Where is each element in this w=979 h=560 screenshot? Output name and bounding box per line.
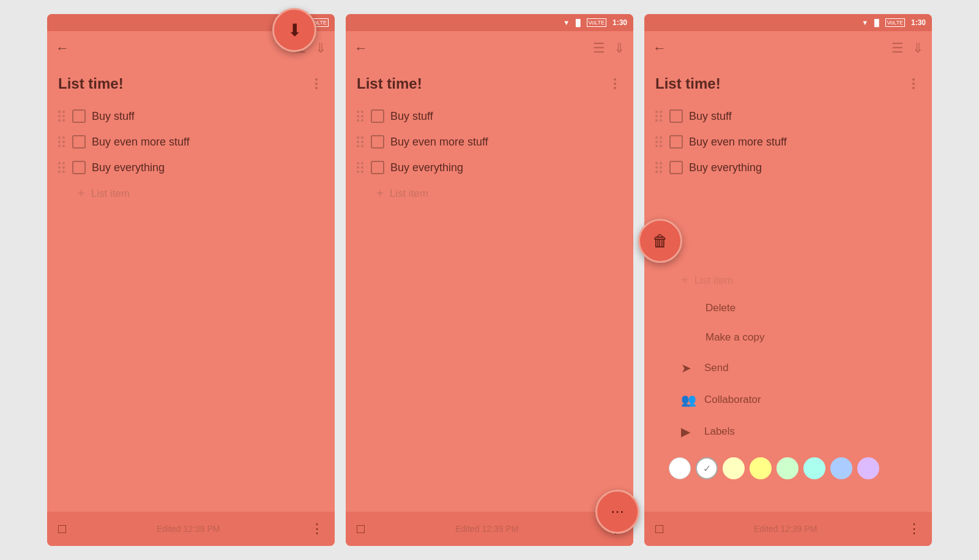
archive-fab[interactable]: ⬇ <box>272 8 316 52</box>
back-button-1[interactable]: ← <box>56 40 69 56</box>
grid-view-button-1[interactable]: ⋮ <box>310 521 324 537</box>
drag-handle-p2-1[interactable] <box>357 111 363 122</box>
color-blue[interactable] <box>830 457 852 479</box>
drag-handle-p3-1[interactable] <box>655 111 662 122</box>
volte-icon-2: VoLTE <box>587 18 606 27</box>
make-copy-menu-item[interactable]: Make a copy <box>644 323 932 352</box>
toolbar-left-1: ← <box>56 40 69 56</box>
checkbox-p3-2[interactable] <box>669 135 683 149</box>
checkbox-p3-3[interactable] <box>669 161 683 174</box>
delete-menu-item[interactable]: Delete <box>644 293 932 323</box>
color-teal[interactable] <box>803 457 825 479</box>
toolbar-right-3: ☰ ⇓ <box>892 40 923 56</box>
delete-fab[interactable]: 🗑 <box>638 219 682 263</box>
drag-handle-p3-2[interactable] <box>655 136 662 147</box>
drag-handle-p2-3[interactable] <box>357 162 363 173</box>
item-text-3: Buy everything <box>92 161 165 174</box>
checkbox-p2-1[interactable] <box>371 109 384 123</box>
list-item-2: Buy even more stuff <box>58 129 324 155</box>
color-green-light[interactable] <box>776 457 798 479</box>
add-note-button-2[interactable]: □ <box>357 521 365 537</box>
checkbox-p2-3[interactable] <box>371 161 384 174</box>
sort-icon-3[interactable]: ☰ <box>892 40 904 56</box>
time-3: 1:30 <box>911 18 926 27</box>
item-text-1: Buy stuff <box>92 110 135 123</box>
more-button-3[interactable] <box>906 78 921 89</box>
collaborator-menu-item[interactable]: 👥 Collaborator <box>644 384 932 416</box>
signal-icon-2: ▐▌ <box>573 19 583 26</box>
add-item-placeholder-3: List item <box>694 274 733 287</box>
dots-fab[interactable]: ⋯ <box>595 490 639 534</box>
dot1-p2 <box>614 78 616 81</box>
toolbar-left-3: ← <box>653 40 666 56</box>
checkbox-p2-2[interactable] <box>371 135 384 149</box>
labels-menu-item[interactable]: ▶ Labels <box>644 416 932 448</box>
bottom-bar-1: □ Edited 12:39 PM ⋮ <box>47 512 335 546</box>
dot3-p2 <box>614 87 616 89</box>
checkbox-1[interactable] <box>72 109 86 123</box>
color-white-checked[interactable]: ✓ <box>696 457 718 479</box>
sort-icon-2[interactable]: ☰ <box>593 40 605 56</box>
add-item-row-1[interactable]: + List item <box>58 180 324 207</box>
color-lavender[interactable] <box>857 457 879 479</box>
phone-2-wrapper: ⋯ ▼ ▐▌ VoLTE 1:30 ← ☰ ⇓ List time! <box>346 14 633 546</box>
wifi-icon-3: ▼ <box>862 19 868 26</box>
add-item-placeholder-2: List item <box>390 188 428 200</box>
list-item-p3-1: Buy stuff <box>655 103 921 129</box>
drag-handle-2[interactable] <box>58 136 65 147</box>
back-button-3[interactable]: ← <box>653 40 666 56</box>
item-text-p2-3: Buy everything <box>390 161 463 174</box>
drag-handle-3[interactable] <box>58 162 65 173</box>
add-note-button-1[interactable]: □ <box>58 521 66 537</box>
drag-handle-1[interactable] <box>58 111 65 122</box>
drag-handle-p2-2[interactable] <box>357 136 363 147</box>
add-icon-1: + <box>78 186 85 201</box>
note-title-1: List time! <box>58 75 124 92</box>
dot2-p3 <box>912 83 915 85</box>
add-item-row-3[interactable]: + List item <box>644 267 932 293</box>
add-note-button-3[interactable]: □ <box>655 521 663 537</box>
item-text-p3-2: Buy even more stuff <box>689 136 787 149</box>
dot1 <box>315 78 318 81</box>
archive-toolbar-icon-1[interactable]: ⇓ <box>315 40 326 56</box>
content-1: List time! Buy stuff <box>47 65 335 512</box>
grid-view-button-3[interactable]: ⋮ <box>907 521 921 537</box>
add-icon-3: + <box>681 273 688 287</box>
archive-toolbar-icon-2[interactable]: ⇓ <box>614 40 625 56</box>
dot2 <box>315 83 318 85</box>
checkbox-2[interactable] <box>72 135 86 149</box>
delete-label: Delete <box>705 302 735 314</box>
toolbar-left-2: ← <box>354 40 368 56</box>
phone-2: ▼ ▐▌ VoLTE 1:30 ← ☰ ⇓ List time! <box>346 14 633 546</box>
status-bar-2: ▼ ▐▌ VoLTE 1:30 <box>346 14 633 31</box>
list-item-p3-3: Buy everything <box>655 155 921 180</box>
drag-handle-p3-3[interactable] <box>655 162 662 173</box>
add-item-row-2[interactable]: + List item <box>357 180 622 207</box>
more-button-2[interactable] <box>608 78 622 89</box>
color-white[interactable] <box>669 457 691 479</box>
checkbox-p3-1[interactable] <box>669 109 683 123</box>
title-row-1: List time! <box>58 75 324 92</box>
list-item-3: Buy everything <box>58 155 324 180</box>
color-yellow-light[interactable] <box>723 457 745 479</box>
more-button-1[interactable] <box>309 78 324 89</box>
send-label: Send <box>704 362 729 374</box>
phone-1: ▼ ▐▌ VoLTE ← ☰ ⇓ List time! <box>47 14 335 546</box>
color-yellow[interactable] <box>750 457 772 479</box>
edited-time-3: Edited 12:39 PM <box>754 524 817 534</box>
note-title-3: List time! <box>655 75 721 92</box>
check-icon: ✓ <box>703 463 711 474</box>
bottom-bar-3: □ Edited 12:39 PM ⋮ <box>644 512 932 546</box>
list-item-p2-1: Buy stuff <box>357 103 622 129</box>
time-2: 1:30 <box>612 18 627 27</box>
bottom-bar-2: □ Edited 12:39 PM ⋮ <box>346 512 633 546</box>
send-menu-item[interactable]: ➤ Send <box>644 352 932 384</box>
checkbox-3[interactable] <box>72 161 86 174</box>
dots-icon: ⋯ <box>611 504 625 520</box>
dot3-p3 <box>912 87 915 89</box>
archive-toolbar-icon-3[interactable]: ⇓ <box>912 40 923 56</box>
back-button-2[interactable]: ← <box>354 40 368 56</box>
context-menu: + List item Delete Make a copy ➤ Send <box>644 267 932 485</box>
toolbar-2: ← ☰ ⇓ <box>346 31 633 65</box>
status-bar-3: ▼ ▐▌ VoLTE 1:30 <box>644 14 932 31</box>
